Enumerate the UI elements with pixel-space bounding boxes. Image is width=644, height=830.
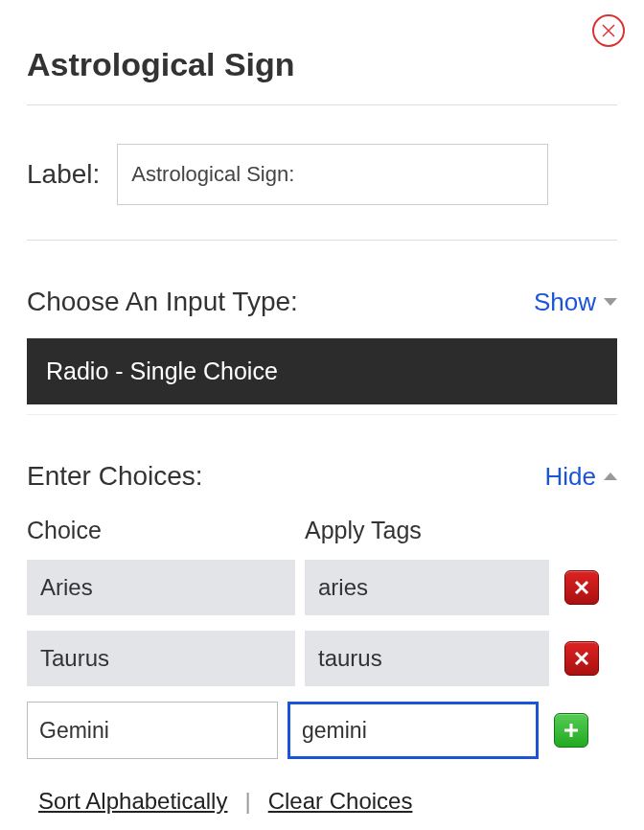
toggle-label: Show: [534, 288, 596, 317]
new-choice-row: [27, 702, 617, 759]
divider: [27, 104, 617, 105]
choice-value[interactable]: Aries: [27, 560, 295, 615]
new-tag-input[interactable]: [288, 702, 539, 759]
choices-toggle[interactable]: Hide: [545, 462, 617, 492]
choices-heading: Enter Choices:: [27, 461, 203, 492]
choice-row: Taurus taurus: [27, 631, 617, 686]
choice-tag[interactable]: aries: [305, 560, 549, 615]
divider: [27, 414, 617, 415]
column-header-tags: Apply Tags: [305, 517, 554, 544]
close-button[interactable]: [592, 14, 625, 47]
close-icon: [601, 23, 616, 38]
sort-alphabetically-link[interactable]: Sort Alphabetically: [38, 788, 227, 815]
chevron-up-icon: [604, 473, 617, 480]
input-type-selected[interactable]: Radio - Single Choice: [27, 338, 617, 404]
toggle-label: Hide: [545, 462, 596, 492]
label-input[interactable]: [117, 144, 548, 205]
page-title: Astrological Sign: [27, 46, 617, 83]
delete-choice-button[interactable]: [564, 641, 599, 676]
delete-choice-button[interactable]: [564, 570, 599, 605]
divider: [27, 240, 617, 241]
choice-row: Aries aries: [27, 560, 617, 615]
plus-icon: [563, 722, 580, 739]
input-type-heading: Choose An Input Type:: [27, 287, 298, 317]
label-row: Label:: [27, 144, 617, 205]
column-header-choice: Choice: [27, 517, 305, 544]
add-choice-button[interactable]: [554, 713, 588, 748]
clear-choices-link[interactable]: Clear Choices: [268, 788, 413, 815]
new-choice-input[interactable]: [27, 702, 278, 759]
choice-value[interactable]: Taurus: [27, 631, 295, 686]
input-type-toggle[interactable]: Show: [534, 288, 617, 317]
label-field-label: Label:: [27, 159, 100, 190]
chevron-down-icon: [604, 298, 617, 306]
divider: |: [244, 788, 250, 815]
choice-tag[interactable]: taurus: [305, 631, 549, 686]
delete-icon: [573, 579, 590, 596]
delete-icon: [573, 650, 590, 667]
